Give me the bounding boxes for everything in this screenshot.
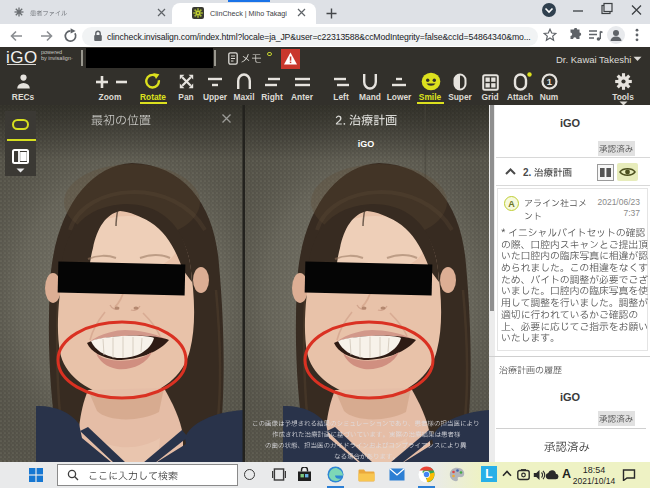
svg-text:1: 1 [547,76,553,87]
